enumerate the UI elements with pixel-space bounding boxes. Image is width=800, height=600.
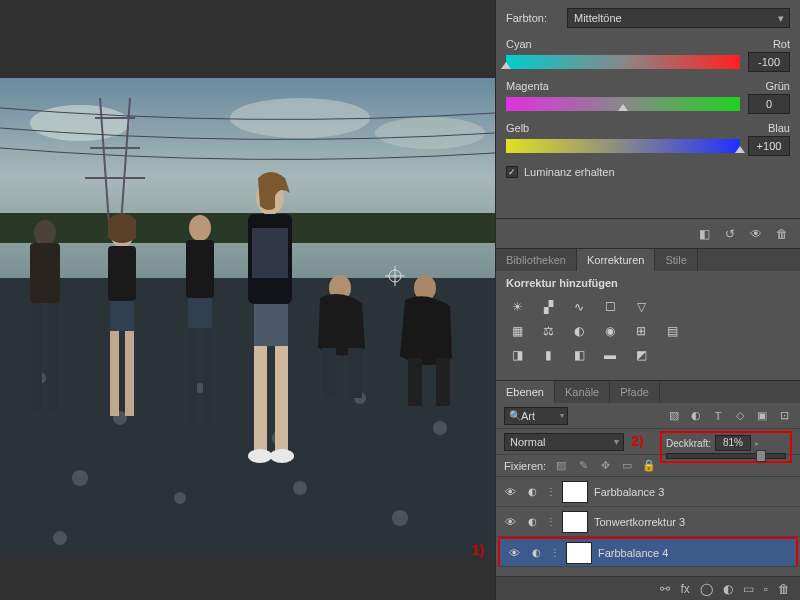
levels-icon[interactable]: ▞	[537, 298, 559, 316]
layer-mask-thumb[interactable]	[562, 481, 588, 503]
layer-row[interactable]: 👁 ◐ ⋮ Farbbalance 3	[496, 477, 800, 507]
vibrance-icon[interactable]: ▽	[630, 298, 652, 316]
layer-row[interactable]: 👁 ◐ ⋮ Tonwertkorrektur 3	[496, 507, 800, 537]
layer-mask-thumb[interactable]	[562, 511, 588, 533]
svg-rect-19	[32, 303, 42, 413]
visibility-icon[interactable]: 👁	[748, 226, 764, 242]
svg-rect-25	[125, 331, 134, 416]
exposure-icon[interactable]: ☐	[599, 298, 621, 316]
opacity-label: Deckkraft:	[666, 438, 711, 449]
blend-mode-dropdown[interactable]: Normal	[504, 433, 624, 451]
bw-icon[interactable]: ◐	[568, 322, 590, 340]
lookup-icon[interactable]: ▤	[661, 322, 683, 340]
hue-icon[interactable]: ▦	[506, 322, 528, 340]
brightness-icon[interactable]: ☀	[506, 298, 528, 316]
layer-mask-thumb[interactable]	[566, 542, 592, 564]
color-slider-1[interactable]	[506, 97, 740, 111]
svg-point-15	[392, 510, 408, 526]
lock-paint-icon[interactable]: ✎	[576, 459, 590, 472]
opacity-value[interactable]: 81%	[715, 435, 751, 451]
svg-point-12	[72, 470, 88, 486]
layers-panel: Ebenen Kanäle Pfade 🔍 Art ▧ ◐ T ◇ ▣ ⊡ No…	[495, 380, 800, 600]
filter-type-icon[interactable]: T	[710, 410, 726, 422]
link-icon: ⋮	[546, 486, 556, 497]
svg-rect-5	[0, 213, 495, 243]
slider-value-0[interactable]: -100	[748, 52, 790, 72]
posterize-icon[interactable]: ▮	[537, 346, 559, 364]
layer-name[interactable]: Tonwertkorrektur 3	[594, 516, 685, 528]
tab-libraries[interactable]: Bibliotheken	[496, 249, 577, 271]
reset-icon[interactable]: ↺	[722, 226, 738, 242]
group-icon[interactable]: ▭	[743, 582, 754, 596]
layer-filter-dropdown[interactable]: 🔍 Art	[504, 407, 568, 425]
invert-icon[interactable]: ◨	[506, 346, 528, 364]
tab-channels[interactable]: Kanäle	[555, 381, 610, 403]
svg-point-26	[189, 215, 211, 241]
svg-point-13	[174, 492, 186, 504]
svg-rect-24	[110, 331, 119, 416]
adjust-icon: ◐	[524, 516, 540, 527]
tab-paths[interactable]: Pfade	[610, 381, 660, 403]
threshold-icon[interactable]: ◧	[568, 346, 590, 364]
slider-value-1[interactable]: 0	[748, 94, 790, 114]
balance-icon[interactable]: ⚖	[537, 322, 559, 340]
layers-footer: ⚯ fx ◯ ◐ ▭ ▫ 🗑	[496, 576, 800, 600]
slider-left-label: Cyan	[506, 38, 532, 50]
clip-icon[interactable]: ◧	[696, 226, 712, 242]
canvas-image[interactable]	[0, 78, 495, 558]
slider-value-2[interactable]: +100	[748, 136, 790, 156]
opacity-slider[interactable]	[666, 453, 786, 459]
new-layer-icon[interactable]: ▫	[764, 582, 768, 596]
svg-point-38	[270, 449, 294, 463]
svg-rect-33	[252, 228, 288, 278]
photo-filter-icon[interactable]: ◉	[599, 322, 621, 340]
layer-name[interactable]: Farbbalance 3	[594, 486, 664, 498]
trash-icon[interactable]: 🗑	[774, 226, 790, 242]
opacity-flyout-icon[interactable]: ▸	[755, 439, 759, 448]
svg-rect-23	[110, 301, 134, 331]
tab-adjustments[interactable]: Korrekturen	[577, 249, 655, 271]
eye-icon[interactable]: 👁	[506, 547, 522, 559]
lock-all-icon[interactable]: 🔒	[642, 459, 656, 472]
eye-icon[interactable]: 👁	[502, 516, 518, 528]
delete-layer-icon[interactable]: 🗑	[778, 582, 790, 596]
tab-layers[interactable]: Ebenen	[496, 381, 555, 403]
link-icon: ⋮	[546, 516, 556, 527]
svg-rect-35	[254, 346, 267, 451]
gradient-icon[interactable]: ▬	[599, 346, 621, 364]
svg-rect-28	[188, 298, 212, 328]
slider-left-label: Magenta	[506, 80, 549, 92]
link-icon[interactable]: ⚯	[660, 582, 670, 596]
eye-icon[interactable]: 👁	[502, 486, 518, 498]
preserve-luminance-checkbox[interactable]: ✓	[506, 166, 518, 178]
lock-transparency-icon[interactable]: ▨	[554, 459, 568, 472]
tab-styles[interactable]: Stile	[655, 249, 697, 271]
svg-rect-20	[48, 303, 58, 413]
filter-adjust-icon[interactable]: ◐	[688, 409, 704, 422]
filter-pixel-icon[interactable]: ▧	[666, 409, 682, 422]
filter-shape-icon[interactable]: ◇	[732, 409, 748, 422]
lock-position-icon[interactable]: ✥	[598, 459, 612, 472]
svg-rect-44	[436, 358, 450, 406]
layer-row[interactable]: 👁 ◐ ⋮ Farbbalance 4	[498, 537, 798, 567]
svg-point-4	[375, 117, 485, 149]
adjust-icon: ◐	[528, 547, 544, 558]
lock-artboard-icon[interactable]: ▭	[620, 459, 634, 472]
color-slider-2[interactable]	[506, 139, 740, 153]
filter-toggle-icon[interactable]: ⊡	[776, 409, 792, 422]
svg-rect-40	[322, 348, 336, 398]
preserve-luminance-label: Luminanz erhalten	[524, 166, 615, 178]
svg-point-14	[293, 481, 307, 495]
layer-name[interactable]: Farbbalance 4	[598, 547, 668, 559]
fill-icon[interactable]: ◐	[723, 582, 733, 596]
fx-icon[interactable]: fx	[680, 582, 689, 596]
curves-icon[interactable]: ∿	[568, 298, 590, 316]
filter-smart-icon[interactable]: ▣	[754, 409, 770, 422]
mask-icon[interactable]: ◯	[700, 582, 713, 596]
svg-point-3	[230, 98, 370, 138]
mixer-icon[interactable]: ⊞	[630, 322, 652, 340]
selective-icon[interactable]: ◩	[630, 346, 652, 364]
color-slider-0[interactable]	[506, 55, 740, 69]
properties-footer: ◧ ↺ 👁 🗑	[495, 218, 800, 248]
tone-dropdown[interactable]: Mitteltöne	[567, 8, 790, 28]
